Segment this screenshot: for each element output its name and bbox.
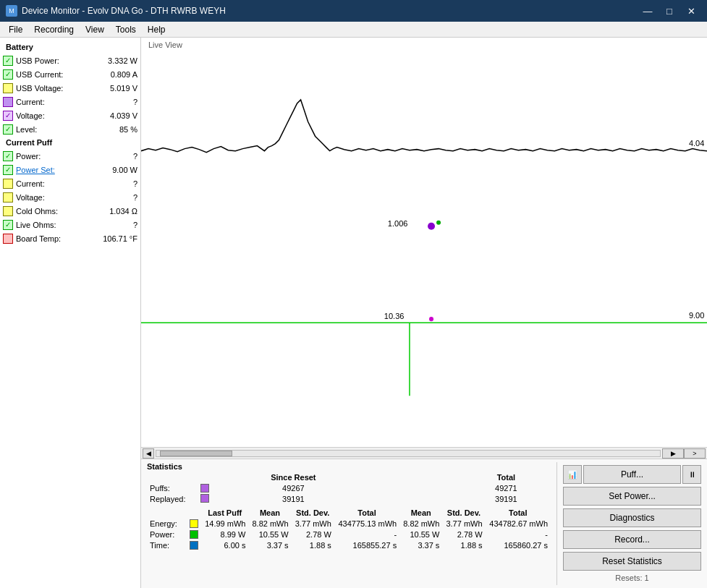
svg-rect-0 bbox=[141, 38, 707, 447]
puff-voltage-checkbox[interactable] bbox=[3, 192, 13, 203]
stats-mean2-1: 10.55 W bbox=[399, 529, 442, 540]
stats-row-2: Time: 6.00 s 3.37 s 1.88 s 165855.27 s 3… bbox=[147, 540, 551, 550]
puff-icon-button[interactable]: 📊 bbox=[563, 465, 582, 484]
battery-level-checkbox[interactable] bbox=[3, 124, 13, 135]
usb-current-label: USB Current: bbox=[16, 70, 98, 79]
app-icon: M bbox=[6, 5, 17, 17]
stats-last-puff-1: 8.99 W bbox=[201, 529, 248, 540]
statistics-header: Statistics bbox=[147, 462, 551, 471]
stats-top-table: Since Reset Total Puffs: 49267 49271 bbox=[147, 472, 551, 505]
record-button[interactable]: Record... bbox=[563, 530, 701, 549]
puff-voltage-value: ? bbox=[98, 193, 137, 202]
usb-voltage-label: USB Voltage: bbox=[16, 84, 98, 93]
stats-last-puff-2: 6.00 s bbox=[201, 540, 248, 550]
stats-row-0: Energy: 14.99 mWh 8.82 mWh 3.77 mWh 4347… bbox=[147, 518, 551, 529]
battery-current-checkbox[interactable] bbox=[3, 97, 13, 107]
stats-mean2-0: 8.82 mWh bbox=[399, 518, 442, 529]
stats-stddev-2: 1.88 s bbox=[292, 540, 334, 550]
menu-help[interactable]: Help bbox=[142, 23, 172, 36]
set-power-button[interactable]: Set Power... bbox=[563, 487, 701, 506]
puff-button[interactable]: Puff... bbox=[583, 465, 681, 484]
battery-level-value: 85 % bbox=[98, 125, 137, 134]
chart-title: Live View bbox=[148, 41, 182, 49]
window-controls: — □ ✕ bbox=[638, 3, 701, 19]
puff-power-row: Power: ? bbox=[0, 149, 140, 163]
stats-row-label-1: Power: bbox=[147, 529, 187, 540]
battery-section-header: Battery bbox=[0, 41, 140, 54]
stats-row-icon-0 bbox=[190, 519, 198, 528]
puff-board-temp-value: 106.71 °F bbox=[98, 234, 137, 243]
battery-voltage-label: Voltage: bbox=[16, 111, 98, 120]
stats-total-0: 434775.13 mWh bbox=[334, 518, 399, 529]
scrollbar-end-btn[interactable]: > bbox=[684, 448, 706, 459]
puff-power-checkbox[interactable] bbox=[3, 151, 13, 161]
stats-total2-0: 434782.67 mWh bbox=[486, 518, 551, 529]
mean2-header: Mean bbox=[399, 508, 442, 518]
left-panel: Battery USB Power: 3.332 W USB Current: … bbox=[0, 38, 141, 588]
menu-recording[interactable]: Recording bbox=[28, 23, 80, 36]
usb-power-checkbox[interactable] bbox=[3, 56, 13, 66]
stats-mean2-2: 3.37 s bbox=[399, 540, 442, 550]
total2-col-header: Total bbox=[486, 508, 551, 518]
scrollbar-track[interactable] bbox=[156, 450, 661, 457]
puffs-icon bbox=[200, 484, 209, 493]
puff-live-ohms-checkbox[interactable] bbox=[3, 220, 13, 230]
usb-current-row: USB Current: 0.809 A bbox=[0, 67, 140, 81]
puff-live-ohms-label: Live Ohms: bbox=[16, 221, 98, 229]
puff-board-temp-checkbox[interactable] bbox=[3, 234, 13, 244]
stats-total-1: - bbox=[334, 529, 399, 540]
puff-power-set-row: Power Set: 9.00 W bbox=[0, 163, 140, 176]
puff-live-ohms-row: Live Ohms: ? bbox=[0, 218, 140, 231]
maximize-button[interactable]: □ bbox=[659, 3, 680, 19]
diagnostics-button[interactable]: Diagnostics bbox=[563, 508, 701, 527]
puff-voltage-label: Voltage: bbox=[16, 193, 98, 202]
total-header: Total bbox=[462, 472, 551, 482]
battery-current-label: Current: bbox=[16, 98, 98, 106]
puff-power-set-label[interactable]: Power Set: bbox=[16, 166, 98, 174]
puff-cold-ohms-row: Cold Ohms: 1.034 Ω bbox=[0, 204, 140, 218]
stats-total2-2: 165860.27 s bbox=[486, 540, 551, 550]
scrollbar-left-btn[interactable]: ◀ bbox=[143, 448, 154, 459]
minimize-button[interactable]: — bbox=[638, 3, 658, 19]
resets-count: Resets: 1 bbox=[563, 574, 701, 582]
battery-voltage-checkbox[interactable] bbox=[3, 111, 13, 121]
statistics-container: Statistics Since Reset Total Puffs: bbox=[141, 459, 707, 588]
puff-current-value: ? bbox=[98, 179, 137, 188]
puff-live-ohms-value: ? bbox=[98, 221, 137, 229]
puff-current-checkbox[interactable] bbox=[3, 179, 13, 189]
scrollbar-thumb[interactable] bbox=[160, 451, 232, 456]
main-layout: Battery USB Power: 3.332 W USB Current: … bbox=[0, 38, 707, 588]
puff-cold-ohms-checkbox[interactable] bbox=[3, 206, 13, 216]
right-panel: Live View 4.04 10.36 9.00 bbox=[141, 38, 707, 588]
puff-button-row: 📊 Puff... ⏸ bbox=[563, 465, 701, 484]
battery-voltage-value: 4.039 V bbox=[98, 111, 137, 120]
battery-current-value: ? bbox=[98, 98, 137, 106]
menu-bar: File Recording View Tools Help bbox=[0, 22, 707, 38]
reset-statistics-button[interactable]: Reset Statistics bbox=[563, 552, 701, 571]
puff-power-set-value: 9.00 W bbox=[98, 166, 137, 174]
svg-text:4.04: 4.04 bbox=[689, 139, 704, 148]
usb-power-label: USB Power: bbox=[16, 56, 98, 65]
menu-view[interactable]: View bbox=[80, 23, 110, 36]
scrollbar-right-btn[interactable]: ▶ bbox=[662, 448, 684, 459]
puffs-label: Puffs: bbox=[147, 482, 198, 493]
last-puff-header: Last Puff bbox=[201, 508, 248, 518]
usb-voltage-checkbox[interactable] bbox=[3, 83, 13, 93]
menu-tools[interactable]: Tools bbox=[110, 23, 142, 36]
puff-power-set-checkbox[interactable] bbox=[3, 165, 13, 175]
svg-text:1.006: 1.006 bbox=[388, 219, 408, 228]
battery-voltage-row: Voltage: 4.039 V bbox=[0, 108, 140, 122]
stats-row-label-2: Time: bbox=[147, 540, 187, 550]
stats-row-icon-2 bbox=[190, 541, 198, 550]
usb-current-value: 0.809 A bbox=[98, 70, 137, 79]
usb-current-checkbox[interactable] bbox=[3, 69, 13, 80]
menu-file[interactable]: File bbox=[3, 23, 28, 36]
battery-current-row: Current: ? bbox=[0, 95, 140, 108]
replayed-total: 39191 bbox=[462, 493, 551, 505]
stats-data-table: Last Puff Mean Std. Dev. Total Mean Std.… bbox=[147, 508, 551, 550]
stddev-header: Std. Dev. bbox=[292, 508, 334, 518]
stats-stddev-0: 3.77 mWh bbox=[292, 518, 334, 529]
replayed-since-reset: 39191 bbox=[212, 493, 375, 505]
puff-pause-btn[interactable]: ⏸ bbox=[682, 465, 701, 484]
close-button[interactable]: ✕ bbox=[681, 3, 701, 19]
